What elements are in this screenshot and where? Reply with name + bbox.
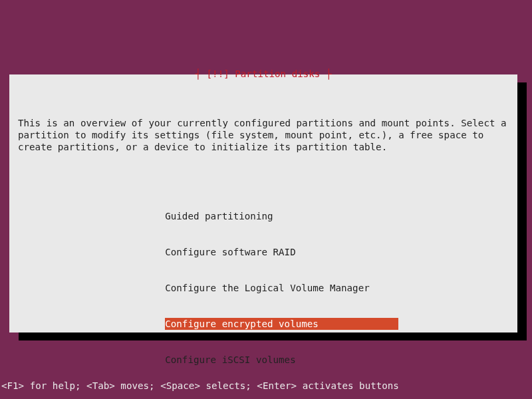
menu-item-guided[interactable]: Guided partitioning xyxy=(165,210,398,222)
dialog-body: This is an overview of your currently co… xyxy=(9,78,517,399)
title-deco-right: ├ xyxy=(320,68,331,79)
menu-item-iscsi[interactable]: Configure iSCSI volumes xyxy=(165,354,398,366)
title-text: Partition disks xyxy=(235,68,320,79)
menu-label: Configure the Logical Volume Manager xyxy=(165,283,370,293)
menu-label: Configure iSCSI volumes xyxy=(165,354,295,365)
dialog-title: ┤ [!!] Partition disks ├ xyxy=(9,68,517,79)
menu-label: Guided partitioning xyxy=(165,211,273,221)
menu-label: Configure software RAID xyxy=(165,247,295,257)
menu-item-encrypted[interactable]: Configure encrypted volumes xyxy=(165,318,398,330)
help-bar: <F1> for help; <Tab> moves; <Space> sele… xyxy=(0,380,399,391)
menu-item-raid[interactable]: Configure software RAID xyxy=(165,246,398,258)
title-deco-left: ┤ xyxy=(195,68,201,79)
title-bang: [!!] xyxy=(201,68,235,79)
help-text: <F1> for help; <Tab> moves; <Space> sele… xyxy=(1,380,399,391)
action-menu: Guided partitioning Configure software R… xyxy=(165,186,398,390)
description-text: This is an overview of your currently co… xyxy=(18,117,509,153)
partition-dialog: ┤ [!!] Partition disks ├ This is an over… xyxy=(9,74,517,332)
menu-item-lvm[interactable]: Configure the Logical Volume Manager xyxy=(165,282,398,294)
installer-screen: ┤ [!!] Partition disks ├ This is an over… xyxy=(0,0,532,399)
menu-label: Configure encrypted volumes xyxy=(165,318,398,330)
